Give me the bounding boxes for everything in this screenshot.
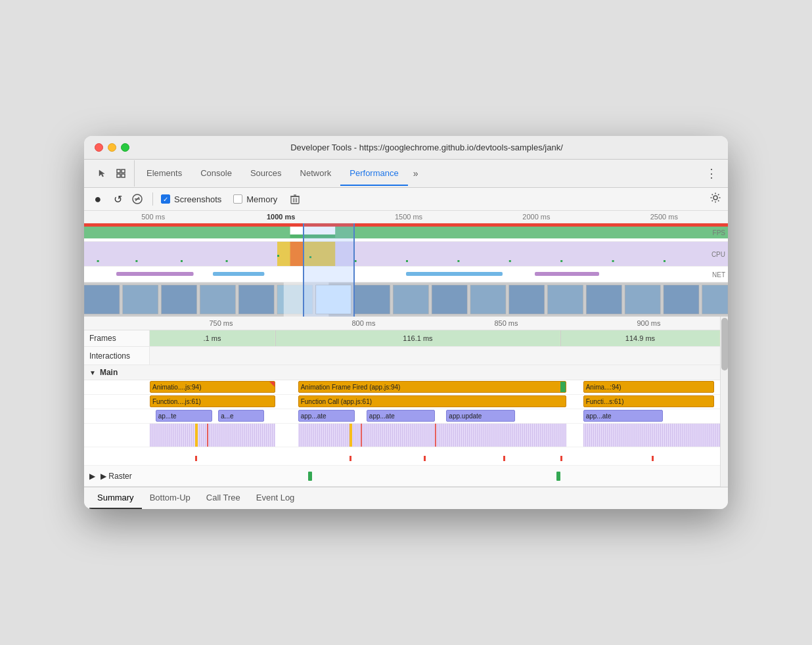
frame-block-1[interactable]: .1 ms bbox=[150, 330, 275, 346]
close-button[interactable] bbox=[95, 143, 103, 152]
flame-animation-2[interactable]: Animation Frame Fired (app.js:94) bbox=[298, 381, 566, 393]
ruler-1000ms: 1000 ms bbox=[217, 213, 344, 221]
tab-sources[interactable]: Sources bbox=[241, 162, 291, 186]
svg-point-13 bbox=[713, 196, 717, 200]
reload-record-button[interactable]: ↺ bbox=[110, 192, 125, 206]
main-section-label: Main bbox=[100, 368, 118, 377]
flame-row-3: ap...te a...e app...ate app...ate app.up… bbox=[84, 409, 720, 424]
stripe-row-content bbox=[150, 424, 720, 447]
red-marker-2 bbox=[361, 424, 362, 447]
raster-label: ▶ ▶ Raster bbox=[89, 472, 150, 481]
title-bar: Developer Tools - https://googlechrome.g… bbox=[84, 136, 728, 160]
cpu-label: CPU bbox=[711, 250, 725, 257]
scrollbar[interactable] bbox=[720, 317, 728, 487]
menu-button[interactable]: ⋮ bbox=[700, 160, 723, 187]
tab-network[interactable]: Network bbox=[291, 162, 341, 186]
scrollbar-thumb[interactable] bbox=[721, 318, 728, 370]
net-track: NET bbox=[84, 267, 728, 282]
settings-button[interactable] bbox=[710, 192, 721, 206]
inspect-icon[interactable] bbox=[113, 166, 129, 181]
yellow-marker-2 bbox=[350, 424, 352, 447]
tab-performance[interactable]: Performance bbox=[340, 162, 407, 186]
record-button[interactable]: ● bbox=[91, 192, 105, 206]
red-pip-6 bbox=[652, 456, 654, 461]
flame-row-2-content: Function....js:61) Function Call (app.js… bbox=[150, 395, 720, 409]
svg-rect-17 bbox=[84, 242, 728, 266]
screenshots-checkbox[interactable] bbox=[161, 194, 170, 204]
flame-app-5[interactable]: app.update bbox=[446, 410, 514, 422]
maximize-button[interactable] bbox=[121, 143, 129, 152]
tab-elements[interactable]: Elements bbox=[137, 162, 191, 186]
svg-rect-16 bbox=[290, 234, 336, 238]
memory-checkbox[interactable] bbox=[233, 194, 242, 204]
red-pip-1 bbox=[195, 456, 197, 461]
tab-call-tree[interactable]: Call Tree bbox=[198, 487, 248, 509]
svg-rect-45 bbox=[316, 285, 351, 314]
svg-rect-37 bbox=[84, 285, 120, 314]
flame-function-2[interactable]: Function Call (app.js:61) bbox=[298, 395, 566, 407]
svg-rect-26 bbox=[406, 260, 408, 262]
tab-console[interactable]: Console bbox=[191, 162, 241, 186]
performance-toolbar: ● ↺ Screenshots Memory bbox=[84, 188, 728, 211]
flame-animation-3[interactable]: Anima...:94) bbox=[583, 381, 715, 393]
flame-function-1[interactable]: Function....js:61) bbox=[150, 395, 275, 407]
flame-app-6[interactable]: app...ate bbox=[583, 410, 664, 422]
trash-button[interactable] bbox=[288, 192, 302, 206]
main-section-header[interactable]: ▼ Main bbox=[84, 365, 720, 380]
flame-app-1[interactable]: ap...te bbox=[156, 410, 213, 422]
red-pip-5 bbox=[560, 456, 562, 461]
frame-block-2[interactable]: 116.1 ms bbox=[275, 330, 560, 346]
svg-rect-49 bbox=[470, 285, 506, 314]
green-mark bbox=[560, 382, 566, 392]
svg-rect-19 bbox=[97, 260, 99, 262]
raster-expand-icon[interactable]: ▶ bbox=[89, 472, 95, 481]
more-tabs-button[interactable]: » bbox=[408, 162, 424, 185]
screenshots-checkbox-group: Screenshots bbox=[161, 194, 221, 204]
red-pip-3 bbox=[424, 456, 426, 461]
flame-app-4[interactable]: app...ate bbox=[367, 410, 435, 422]
minimize-button[interactable] bbox=[108, 143, 116, 152]
tab-summary[interactable]: Summary bbox=[89, 487, 142, 509]
interactions-content bbox=[150, 347, 720, 365]
timeline-detail: 750 ms 800 ms 850 ms 900 ms Frames .1 ms bbox=[84, 317, 720, 487]
raster-content bbox=[150, 467, 715, 485]
tab-bottom-up[interactable]: Bottom-Up bbox=[142, 487, 198, 509]
svg-rect-22 bbox=[226, 260, 228, 262]
svg-rect-55 bbox=[702, 285, 728, 314]
svg-rect-52 bbox=[586, 285, 621, 314]
red-pip-4 bbox=[503, 456, 505, 461]
detail-800ms: 800 ms bbox=[292, 319, 435, 327]
svg-rect-36 bbox=[535, 272, 599, 276]
window-title: Developer Tools - https://googlechrome.g… bbox=[136, 143, 717, 152]
svg-rect-39 bbox=[162, 285, 197, 314]
main-collapse-icon: ▼ bbox=[89, 369, 96, 376]
frames-row: Frames .1 ms 116.1 ms 114.9 ms bbox=[84, 330, 720, 347]
flame-app-3[interactable]: app...ate bbox=[298, 410, 355, 422]
svg-rect-48 bbox=[432, 285, 467, 314]
svg-rect-14 bbox=[84, 227, 728, 238]
svg-rect-38 bbox=[123, 285, 158, 314]
cursor-icon[interactable] bbox=[95, 166, 110, 181]
frames-content: .1 ms 116.1 ms 114.9 ms bbox=[150, 330, 720, 346]
svg-rect-29 bbox=[560, 260, 562, 262]
svg-rect-32 bbox=[290, 242, 304, 266]
frame-block-3[interactable]: 114.9 ms bbox=[560, 330, 720, 346]
tab-event-log[interactable]: Event Log bbox=[248, 487, 303, 509]
detail-ruler: 750 ms 800 ms 850 ms 900 ms bbox=[84, 317, 720, 330]
flame-app-2[interactable]: a...e bbox=[218, 410, 263, 422]
svg-rect-33 bbox=[116, 272, 194, 276]
flame-function-3[interactable]: Functi...s:61) bbox=[583, 395, 715, 407]
svg-rect-0 bbox=[117, 169, 120, 173]
red-dot-row-content bbox=[150, 447, 720, 465]
filmstrip-svg bbox=[84, 282, 728, 317]
flame-animation-1[interactable]: Animatio....js:94) bbox=[150, 381, 275, 393]
svg-rect-25 bbox=[355, 260, 357, 262]
detail-area: 750 ms 800 ms 850 ms 900 ms Frames .1 ms bbox=[84, 317, 728, 487]
traffic-lights bbox=[95, 143, 129, 152]
nav-icons bbox=[89, 160, 135, 187]
red-marker-1 bbox=[207, 424, 208, 447]
yellow-marker-1 bbox=[195, 424, 198, 447]
svg-rect-31 bbox=[664, 260, 665, 262]
devtools-nav: Elements Console Sources Network Perform… bbox=[84, 160, 728, 188]
clear-button[interactable] bbox=[130, 192, 145, 206]
